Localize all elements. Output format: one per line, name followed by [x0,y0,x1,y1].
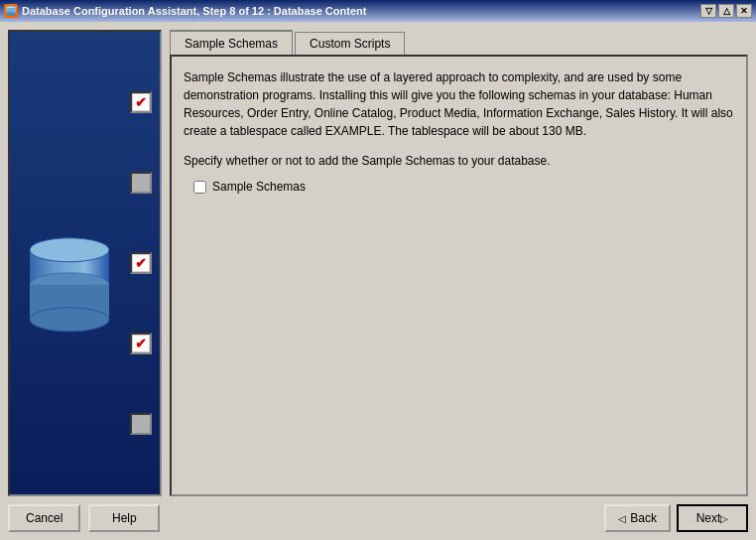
minimize-button[interactable]: ▽ [700,4,716,18]
tabs[interactable]: Sample Schemas Custom Scripts [170,30,748,55]
title-bar: Database Configuration Assistant, Step 8… [0,0,756,22]
svg-point-8 [30,308,109,332]
help-button[interactable]: Help [88,504,160,532]
bottom-right-buttons: ◁ Back Next ▷ [604,504,748,532]
tab-content-sample-schemas: Sample Schemas illustrate the use of a l… [170,55,748,496]
specify-text: Specify whether or not to add the Sample… [184,152,734,170]
back-button[interactable]: ◁ Back [604,504,671,532]
bottom-left-buttons: Cancel Help [8,504,160,532]
check-item-1 [130,91,152,113]
check-item-3 [130,252,152,274]
left-panel-checks [130,32,152,494]
maximize-button[interactable]: △ [718,4,734,18]
title-bar-left: Database Configuration Assistant, Step 8… [4,4,366,18]
main-window: Sample Schemas Custom Scripts Sample Sch… [0,22,756,540]
sample-schemas-label[interactable]: Sample Schemas [212,180,306,194]
close-button[interactable]: ✕ [736,4,752,18]
database-icon [20,210,119,342]
window-title: Database Configuration Assistant, Step 8… [22,5,366,17]
cancel-button[interactable]: Cancel [8,504,80,532]
left-panel [8,30,162,496]
title-bar-controls[interactable]: ▽ △ ✕ [700,4,752,18]
sample-schemas-checkbox-row[interactable]: Sample Schemas [193,180,734,194]
description-text: Sample Schemas illustrate the use of a l… [184,68,734,140]
app-icon [4,4,18,18]
back-arrow-icon: ◁ [618,513,626,524]
next-arrow-icon: ▷ [720,513,728,524]
check-item-5 [130,413,152,435]
content-area: Sample Schemas Custom Scripts Sample Sch… [8,30,748,496]
svg-point-6 [30,238,109,262]
right-panel: Sample Schemas Custom Scripts Sample Sch… [162,30,748,496]
bottom-bar: Cancel Help ◁ Back Next ▷ [8,496,748,532]
check-item-2 [130,172,152,194]
tab-custom-scripts[interactable]: Custom Scripts [295,32,405,55]
svg-point-2 [6,12,16,16]
sample-schemas-checkbox[interactable] [193,181,206,194]
check-item-4 [130,333,152,354]
tab-sample-schemas[interactable]: Sample Schemas [170,30,293,55]
next-button[interactable]: Next ▷ [677,504,748,532]
